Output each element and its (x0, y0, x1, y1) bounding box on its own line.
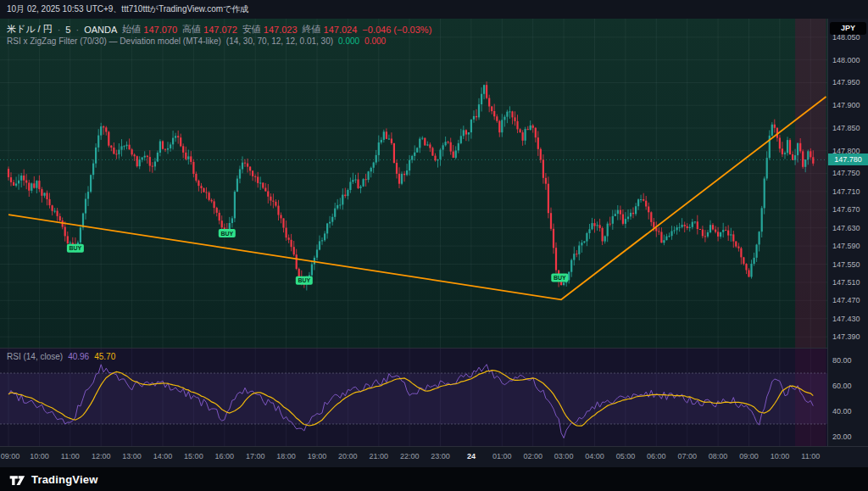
ohlc-open: 始値 147.070 (122, 23, 177, 36)
low-value: 147.023 (264, 25, 298, 35)
price-axis-label: 147.390 (832, 332, 860, 341)
interval-value[interactable]: 5 (65, 25, 70, 35)
high-value: 147.072 (203, 25, 237, 35)
price-axis-label: 148.000 (832, 56, 860, 64)
indicator-value-down: 0.000 (364, 36, 386, 46)
buy-marker: BUY (551, 274, 568, 282)
separator-dot: · (58, 25, 61, 35)
separator-dot: · (75, 25, 79, 35)
time-axis-label: 20:00 (331, 452, 364, 460)
time-axis-label: 13:00 (115, 452, 149, 460)
candlestick-plot: BUYBUYBUYBUY (0, 19, 827, 348)
time-axis-label: 17:00 (238, 452, 272, 460)
rsi-pane[interactable]: RSI (14, close) 40.96 45.70 (0, 349, 827, 446)
change-value: −0.046 (−0.03%) (362, 25, 431, 35)
attribution-bar: 10月 02, 2025 10:53 UTC+9、ttt710tttがTradi… (0, 0, 868, 19)
price-axis-label: 148.050 (832, 33, 860, 42)
svg-text:BUY: BUY (70, 245, 82, 251)
price-axis-label: 147.510 (832, 278, 860, 287)
price-axis-label: 147.470 (832, 296, 860, 304)
time-axis-label: 01:00 (485, 452, 519, 460)
time-axis-label: 11:00 (53, 452, 87, 460)
time-axis-label: 09:00 (732, 452, 766, 460)
rsi-axis-label: 20.00 (832, 432, 852, 441)
buy-marker: BUY (296, 276, 313, 285)
rsi-value: 40.96 (68, 352, 89, 361)
price-axis-label: 147.900 (832, 101, 860, 109)
tradingview-chart-window: 10月 02, 2025 10:53 UTC+9、ttt710tttがTradi… (0, 0, 868, 491)
close-label: 終値 (303, 23, 321, 36)
ohlc-low: 安値 147.023 (242, 23, 298, 36)
price-pane[interactable]: BUYBUYBUYBUY 米ドル / 円 · 5 · OANDA 始値 147.… (0, 19, 827, 348)
symbol-title[interactable]: 米ドル / 円 (7, 23, 53, 36)
time-axis-label: 21:00 (362, 452, 396, 460)
time-axis-label: 07:00 (670, 452, 704, 460)
time-axis-label: 08:00 (701, 452, 735, 460)
time-axis-label: 22:00 (392, 452, 426, 460)
time-axis-label: 06:00 (639, 452, 673, 460)
rsi-ma-value: 45.70 (94, 352, 115, 361)
open-label: 始値 (122, 23, 141, 36)
time-axis-label: 12:00 (84, 452, 118, 460)
price-axis[interactable]: JPY 148.050148.000147.950147.900147.8501… (827, 19, 868, 447)
time-axis-label: 02:00 (516, 452, 550, 460)
indicator-legend: RSI x ZigZag Filter (70/30) — Deviation … (7, 36, 386, 46)
zigzag-line (8, 97, 826, 299)
time-axis-label: 05:00 (609, 452, 643, 460)
time-axis-label: 04:00 (578, 452, 612, 460)
indicator-params: (14, 30, 70, 12, 12, 0.01, 30) (226, 36, 333, 46)
price-axis-label: 147.630 (832, 224, 860, 232)
indicator-title[interactable]: RSI x ZigZag Filter (70/30) — Deviation … (7, 36, 221, 46)
plot-column: BUYBUYBUYBUY 米ドル / 円 · 5 · OANDA 始値 147.… (0, 19, 827, 447)
rsi-title[interactable]: RSI (14, close) (7, 352, 63, 361)
price-axis-label: 147.550 (832, 260, 860, 269)
time-axis-label: 10:00 (763, 452, 797, 460)
tradingview-wordmark[interactable]: TradingView (31, 473, 98, 486)
footer-bar: TradingView (0, 467, 868, 491)
time-axis-label: 10:00 (22, 452, 56, 460)
price-axis-label: 147.670 (832, 205, 860, 214)
high-label: 高値 (182, 23, 201, 36)
time-axis-label: 15:00 (176, 452, 210, 460)
time-axis-label: 23:00 (424, 452, 458, 460)
time-axis[interactable]: 09:0010:0011:0012:0013:0014:0015:0016:00… (0, 447, 868, 467)
symbol-legend: 米ドル / 円 · 5 · OANDA 始値 147.070 高値 147.07… (7, 23, 431, 36)
buy-marker: BUY (67, 244, 84, 253)
indicator-value-up: 0.000 (338, 36, 359, 46)
time-axis-label: 18:00 (270, 452, 303, 460)
time-axis-label: 24 (454, 452, 488, 460)
exchange-name[interactable]: OANDA (84, 25, 117, 35)
svg-text:BUY: BUY (298, 277, 310, 283)
attribution-text: 10月 02, 2025 10:53 UTC+9、ttt710tttがTradi… (7, 4, 248, 14)
close-value: 147.024 (324, 25, 358, 35)
last-price-badge: 147.780 (828, 153, 868, 165)
tradingview-logo-icon[interactable] (8, 472, 25, 486)
rsi-axis-label: 40.00 (832, 407, 852, 416)
rsi-plot (0, 349, 827, 446)
chart-region: BUYBUYBUYBUY 米ドル / 円 · 5 · OANDA 始値 147.… (0, 19, 868, 467)
time-axis-label: 16:00 (208, 452, 242, 460)
ohlc-close: 終値 147.024 (303, 23, 358, 36)
time-axis-label: 11:00 (793, 452, 827, 460)
ohlc-high: 高値 147.072 (182, 23, 237, 36)
price-axis-label: 147.710 (832, 187, 860, 196)
price-axis-label: 147.850 (832, 124, 860, 132)
price-axis-label: 147.950 (832, 78, 860, 86)
price-axis-label: 147.750 (832, 169, 860, 177)
rsi-axis-label: 60.00 (832, 382, 852, 390)
low-label: 安値 (242, 23, 261, 36)
svg-text:BUY: BUY (220, 231, 233, 237)
price-axis-label: 147.590 (832, 242, 860, 250)
open-value: 147.070 (143, 25, 177, 35)
buy-marker: BUY (219, 229, 236, 237)
rsi-axis-label: 80.00 (832, 356, 852, 365)
time-axis-label: 14:00 (146, 452, 180, 460)
price-axis-label: 147.430 (832, 315, 860, 323)
time-axis-label: 03:00 (547, 452, 581, 460)
rsi-legend: RSI (14, close) 40.96 45.70 (7, 352, 115, 361)
svg-text:BUY: BUY (554, 275, 566, 281)
time-axis-label: 19:00 (300, 452, 334, 460)
